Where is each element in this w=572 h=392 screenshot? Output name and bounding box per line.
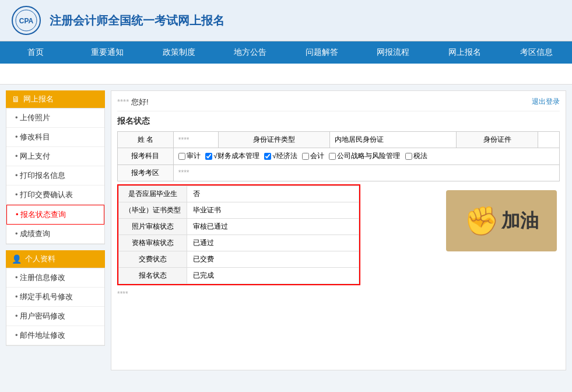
status-row-photo: 照片审核状态 审核已通过 — [119, 218, 359, 235]
site-title: 注册会计师全国统一考试网上报名 — [50, 13, 224, 29]
payment-value: 已交费 — [187, 251, 359, 267]
payment-label: 交费状态 — [119, 251, 187, 267]
status-row-qualification: 资格审核状态 已通过 — [119, 235, 359, 251]
status-section-title: 报名状态 — [117, 116, 560, 127]
subject-accounting[interactable]: 会计 — [302, 151, 324, 161]
sidebar: 🖥 网上报名 上传照片 修改科目 网上支付 打印报名信息 打印交费确认表 报名状… — [6, 90, 105, 370]
nav-register[interactable]: 网上报名 — [429, 41, 501, 64]
ca-overlay: ✊ 加油 — [446, 190, 557, 251]
id-type-label: 身份证件类型 — [218, 132, 330, 148]
sidebar-item-print-confirm[interactable]: 打印交费确认表 — [6, 186, 104, 205]
extra-row: **** — [117, 290, 560, 298]
sidebar-item-password[interactable]: 用户密码修改 — [6, 307, 104, 326]
main-layout: 🖥 网上报名 上传照片 修改科目 网上支付 打印报名信息 打印交费确认表 报名状… — [0, 85, 572, 376]
status-row-payment: 交费状态 已交费 — [119, 251, 359, 267]
nav-home[interactable]: 首页 — [0, 41, 72, 64]
subject-econlaw[interactable]: √经济法 — [264, 151, 297, 161]
sidebar-item-score-query[interactable]: 成绩查询 — [6, 225, 104, 244]
subject-finance[interactable]: √财务成本管理 — [205, 151, 259, 161]
nav-examarea[interactable]: 考区信息 — [500, 41, 572, 64]
sidebar-item-reg-info[interactable]: 注册信息修改 — [6, 268, 104, 288]
register-label: 报名状态 — [119, 267, 187, 284]
nav-process[interactable]: 网报流程 — [357, 41, 429, 64]
header: CPA 注册会计师全国统一考试网上报名 — [0, 0, 572, 41]
id-no-value — [538, 132, 560, 148]
sidebar-item-payment[interactable]: 网上支付 — [6, 147, 104, 166]
graduate-value: 否 — [187, 186, 359, 202]
status-row-graduate: 是否应届毕业生 否 — [119, 186, 359, 202]
person-icon: 👤 — [12, 254, 22, 264]
main-nav: 首页 重要通知 政策制度 地方公告 问题解答 网报流程 网上报名 考区信息 — [0, 41, 572, 64]
id-no-label: 身份证件 — [457, 132, 538, 148]
sidebar-item-phone[interactable]: 绑定手机号修改 — [6, 288, 104, 307]
subject-tax[interactable]: 税法 — [405, 151, 427, 161]
nav-announcements[interactable]: 地方公告 — [215, 41, 286, 64]
svg-text:CPA: CPA — [19, 17, 34, 25]
sidebar-menu-online: 上传照片 修改科目 网上支付 打印报名信息 打印交费确认表 报名状态查询 成绩查… — [6, 108, 105, 244]
sidebar-item-modify-subjects[interactable]: 修改科目 — [6, 128, 104, 147]
sidebar-menu-personal: 注册信息修改 绑定手机号修改 用户密码修改 邮件地址修改 — [6, 268, 105, 346]
exam-area-label: 报考考区 — [118, 164, 174, 181]
nav-policy[interactable]: 政策制度 — [143, 41, 215, 64]
subject-audit[interactable]: 审计 — [178, 151, 201, 161]
sidebar-section-personal: 👤 个人资料 — [6, 250, 105, 268]
status-detail-box: 是否应届毕业生 否 （毕业）证书类型 毕业证书 照片审核状态 审核已通过 资格审… — [117, 184, 360, 285]
search-bar — [0, 64, 572, 85]
graduate-label: 是否应届毕业生 — [119, 186, 187, 202]
cert-type-value: 毕业证书 — [187, 202, 359, 218]
subjects-value: 审计 √财务成本管理 √经济法 会计 公司战略与风险管理 税法 — [173, 148, 559, 165]
monitor-icon: 🖥 — [12, 94, 20, 104]
greeting-bar: **** 您好! 退出登录 — [117, 97, 560, 111]
qualification-label: 资格审核状态 — [119, 235, 187, 251]
nav-notices[interactable]: 重要通知 — [72, 41, 143, 64]
fist-icon: ✊ — [464, 205, 499, 237]
sidebar-section-online: 🖥 网上报名 — [6, 90, 105, 108]
cert-type-label: （毕业）证书类型 — [119, 202, 187, 218]
content-area: **** 您好! 退出登录 报名状态 姓 名 **** 身份证件类型 内地居民身… — [111, 90, 566, 370]
exam-area-value: **** — [173, 164, 559, 181]
name-value: **** — [173, 132, 218, 148]
subject-strategy[interactable]: 公司战略与风险管理 — [329, 151, 400, 161]
photo-label: 照片审核状态 — [119, 218, 187, 235]
photo-value: 审核已通过 — [187, 218, 359, 235]
qualification-value: 已通过 — [187, 235, 359, 251]
id-type-value: 内地居民身份证 — [330, 132, 457, 148]
greeting-text: **** 您好! — [117, 97, 149, 107]
name-label: 姓 名 — [118, 132, 174, 148]
subjects-label: 报考科目 — [118, 148, 174, 165]
logout-link[interactable]: 退出登录 — [532, 97, 560, 107]
sidebar-item-print-info[interactable]: 打印报名信息 — [6, 166, 104, 186]
status-row-cert-type: （毕业）证书类型 毕业证书 — [119, 202, 359, 218]
register-value: 已完成 — [187, 267, 359, 284]
nav-faq[interactable]: 问题解答 — [286, 41, 358, 64]
status-detail-table: 是否应届毕业生 否 （毕业）证书类型 毕业证书 照片审核状态 审核已通过 资格审… — [118, 186, 359, 284]
registration-info-table: 姓 名 **** 身份证件类型 内地居民身份证 身份证件 报考科目 审计 √财务… — [117, 131, 560, 181]
sidebar-item-status-query[interactable]: 报名状态查询 — [6, 205, 104, 225]
ca-encourage-text: 加油 — [501, 208, 539, 234]
logo: CPA — [12, 6, 41, 35]
sidebar-item-upload-photo[interactable]: 上传照片 — [6, 108, 104, 128]
sidebar-item-email[interactable]: 邮件地址修改 — [6, 326, 104, 345]
status-row-register: 报名状态 已完成 — [119, 267, 359, 284]
